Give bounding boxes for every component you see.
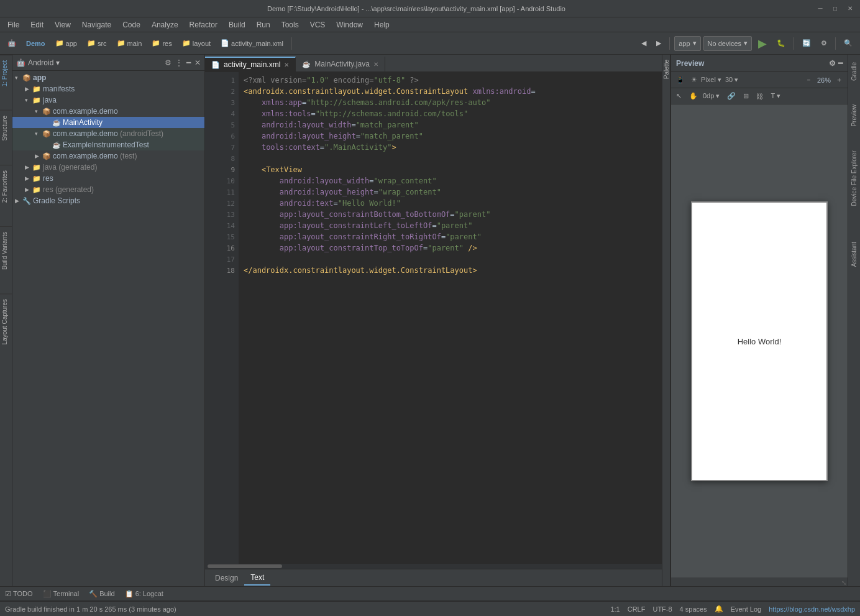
menu-help[interactable]: Help bbox=[369, 19, 395, 30]
tree-item-res-gen[interactable]: ▶ 📁 res (generated) bbox=[12, 184, 204, 195]
menu-refactor[interactable]: Refactor bbox=[185, 19, 222, 30]
minimize-button[interactable]: ─ bbox=[815, 4, 825, 14]
menu-tools[interactable]: Tools bbox=[277, 19, 304, 30]
bottom-tab-todo[interactable]: ☑ TODO bbox=[5, 590, 33, 598]
tree-item-package-test[interactable]: ▶ 📦 com.example.demo (test) bbox=[12, 150, 204, 162]
menu-window[interactable]: Window bbox=[331, 19, 368, 30]
pv-btn-zoom-in[interactable]: ＋ bbox=[833, 75, 845, 85]
code-editor[interactable]: 1 2 3 4 5 6 7 8 9 10 11 12 13 14 15 16 1… bbox=[205, 72, 662, 564]
tab-structure[interactable]: Structure bbox=[0, 110, 12, 146]
tree-arrow-package-main: ▾ bbox=[35, 108, 42, 114]
preview-toolbar: 📱 ☀ Pixel ▾ 30 ▾ － 26% ＋ bbox=[671, 72, 848, 88]
pv-btn-zoom-out[interactable]: － bbox=[803, 75, 815, 85]
gutter-6: 6 bbox=[205, 131, 239, 142]
project-action-3[interactable]: ━ bbox=[186, 58, 191, 67]
rt-tab-preview[interactable]: Preview bbox=[849, 99, 859, 132]
run-button[interactable]: ▶ bbox=[754, 35, 771, 52]
java-file-icon: ☕ bbox=[302, 60, 311, 68]
pv-btn-pointer[interactable]: ↖ bbox=[674, 91, 684, 101]
palette-label[interactable]: Palette bbox=[662, 55, 671, 84]
sync-button[interactable]: 🔄 bbox=[798, 35, 815, 52]
tree-item-main-activity[interactable]: ▶ ☕ MainActivity bbox=[12, 117, 204, 128]
menu-view[interactable]: View bbox=[50, 19, 76, 30]
preview-minimize-btn[interactable]: ━ bbox=[838, 59, 843, 68]
menu-run[interactable]: Run bbox=[252, 19, 275, 30]
menu-file[interactable]: File bbox=[2, 19, 24, 30]
bottom-tab-logcat[interactable]: 📋 6: Logcat bbox=[125, 590, 163, 598]
tree-item-gradle[interactable]: ▶ 🔧 Gradle Scripts bbox=[12, 195, 204, 206]
project-action-4[interactable]: ✕ bbox=[194, 58, 201, 67]
tree-item-instrumented-test[interactable]: ▶ ☕ ExampleInstrumentedTest bbox=[12, 139, 204, 150]
status-indent[interactable]: 4 spaces bbox=[680, 605, 707, 613]
close-button[interactable]: ✕ bbox=[845, 4, 855, 14]
toolbar-layout[interactable]: 📁 layout bbox=[178, 35, 214, 52]
menu-code[interactable]: Code bbox=[117, 19, 145, 30]
tab-close-java[interactable]: ✕ bbox=[373, 61, 378, 68]
menu-edit[interactable]: Edit bbox=[25, 19, 48, 30]
android-icon[interactable]: 🤖 bbox=[4, 35, 20, 52]
project-label[interactable]: Demo bbox=[22, 35, 49, 52]
project-type-label[interactable]: Android ▾ bbox=[28, 58, 60, 67]
status-position[interactable]: 1:1 bbox=[610, 605, 620, 613]
tree-item-res[interactable]: ▶ 📁 res bbox=[12, 173, 204, 184]
maximize-button[interactable]: □ bbox=[830, 4, 840, 14]
tree-item-package-androidtest[interactable]: ▾ 📦 com.example.demo (androidTest) bbox=[12, 128, 204, 139]
pv-btn-constraint[interactable]: 🔗 bbox=[725, 91, 738, 101]
device-dropdown[interactable]: No devices ▾ bbox=[703, 36, 752, 51]
text-tab[interactable]: Text bbox=[244, 571, 270, 586]
tab-favorites[interactable]: 2: Favorites bbox=[0, 165, 12, 208]
horizontal-scrollbar[interactable] bbox=[205, 564, 662, 569]
tab-project[interactable]: 1: Project bbox=[0, 55, 12, 91]
menu-navigate[interactable]: Navigate bbox=[77, 19, 116, 30]
pv-btn-align[interactable]: ⊞ bbox=[741, 91, 751, 101]
bottom-tab-build[interactable]: 🔨 Build bbox=[89, 590, 114, 598]
preview-settings-btn[interactable]: ⚙ bbox=[829, 59, 836, 68]
status-crlf[interactable]: CRLF bbox=[628, 605, 646, 613]
tab-layout-captures[interactable]: Layout Captures bbox=[0, 293, 12, 349]
pv-btn-chain[interactable]: ⛓ bbox=[754, 92, 766, 101]
tree-item-java[interactable]: ▾ 📁 java bbox=[12, 94, 204, 106]
rt-tab-gradle[interactable]: Gradle bbox=[849, 57, 859, 86]
tab-main-activity-java[interactable]: ☕ MainActivity.java ✕ bbox=[296, 57, 385, 71]
toolbar-src[interactable]: 📁 src bbox=[83, 35, 111, 52]
settings-button[interactable]: ⚙ bbox=[817, 35, 831, 52]
project-action-2[interactable]: ⋮ bbox=[175, 58, 183, 67]
back-btn[interactable]: ◀ bbox=[638, 35, 650, 52]
menu-analyze[interactable]: Analyze bbox=[147, 19, 183, 30]
toolbar-file[interactable]: 📄 activity_main.xml bbox=[217, 35, 287, 52]
search-button[interactable]: 🔍 bbox=[840, 35, 856, 52]
tab-build-variants[interactable]: Build Variants bbox=[0, 226, 12, 275]
toolbar-app[interactable]: 📁 app bbox=[52, 35, 81, 52]
project-action-1[interactable]: ⚙ bbox=[165, 58, 172, 67]
status-link[interactable]: https://blog.csdn.net/wsdxhp bbox=[769, 605, 855, 613]
toolbar-res[interactable]: 📁 res bbox=[148, 35, 175, 52]
tree-arrow-manifests: ▶ bbox=[25, 86, 32, 92]
project-panel: 🤖 Android ▾ ⚙ ⋮ ━ ✕ ▾ 📦 app ▶ 📁 manifest… bbox=[12, 55, 205, 586]
tab-close-xml[interactable]: ✕ bbox=[284, 62, 289, 68]
rt-tab-assistant[interactable]: Assistant bbox=[849, 237, 859, 272]
scrollbar-thumb[interactable] bbox=[208, 564, 282, 568]
tab-activity-main-xml[interactable]: 📄 activity_main.xml ✕ bbox=[205, 57, 296, 71]
status-event-log[interactable]: Event Log bbox=[731, 605, 762, 613]
tree-item-java-gen[interactable]: ▶ 📁 java (generated) bbox=[12, 162, 204, 173]
rt-tab-device-explorer[interactable]: Device File Explorer bbox=[849, 145, 859, 211]
status-charset[interactable]: UTF-8 bbox=[652, 605, 672, 613]
menu-vcs[interactable]: VCS bbox=[305, 19, 331, 30]
toolbar-main[interactable]: 📁 main bbox=[113, 35, 146, 52]
pv-btn-text-align[interactable]: T ▾ bbox=[768, 91, 783, 101]
tree-item-app[interactable]: ▾ 📦 app bbox=[12, 72, 204, 83]
tree-item-manifests[interactable]: ▶ 📁 manifests bbox=[12, 83, 204, 94]
pv-btn-light[interactable]: ☀ bbox=[688, 75, 700, 85]
bottom-tab-terminal[interactable]: ⬛ Terminal bbox=[43, 590, 80, 598]
app-config-dropdown[interactable]: app ▾ bbox=[674, 36, 700, 51]
design-tab[interactable]: Design bbox=[209, 571, 244, 585]
gutter-5: 5 bbox=[205, 119, 239, 131]
forward-btn[interactable]: ▶ bbox=[652, 35, 665, 52]
preview-resize-handle[interactable]: ⤡ bbox=[671, 577, 848, 586]
pv-btn-pan[interactable]: ✋ bbox=[687, 91, 700, 101]
code-content[interactable]: <?xml version="1.0" encoding="utf-8" ?> … bbox=[239, 72, 662, 564]
debug-button[interactable]: 🐛 bbox=[773, 35, 789, 52]
tree-item-package-main[interactable]: ▾ 📦 com.example.demo bbox=[12, 106, 204, 117]
pv-btn-orientation[interactable]: 📱 bbox=[674, 75, 687, 85]
menu-build[interactable]: Build bbox=[224, 19, 250, 30]
